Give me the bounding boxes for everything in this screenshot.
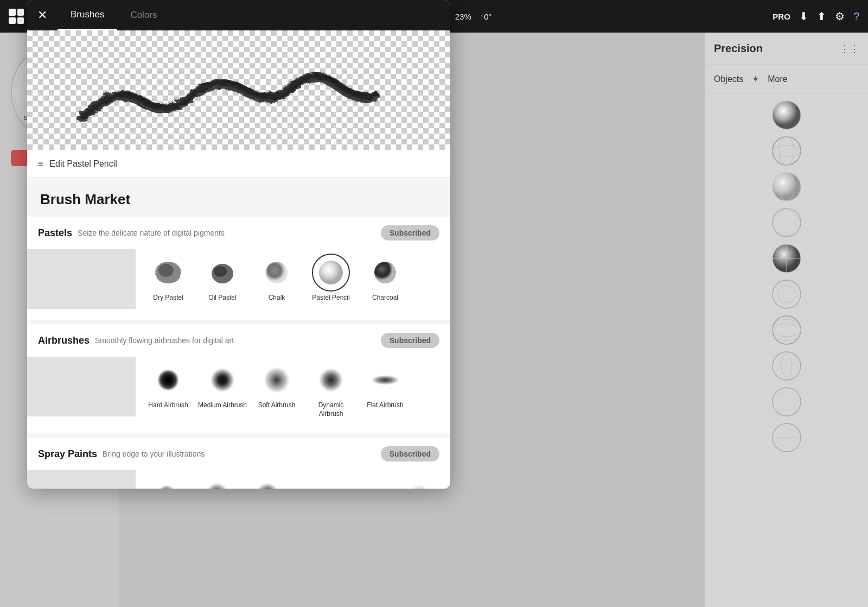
svg-point-9	[773, 146, 801, 156]
sphere-10[interactable]	[770, 421, 803, 454]
svg-point-44	[257, 483, 278, 489]
brush-pastel-pencil[interactable]: Pastel Pencil	[304, 249, 358, 307]
dynamic-airbrush-icon	[315, 364, 347, 396]
category-airbrushes-header: Airbrushes Smoothly flowing airbrushes f…	[27, 324, 450, 357]
flat-spray-icon	[302, 477, 335, 489]
right-top-bar: Precision ⋮⋮	[705, 33, 868, 65]
brush-dynamic-airbrush[interactable]: Dynamic Airbrush	[304, 357, 358, 422]
grid-dots-icon[interactable]: ⋮⋮	[840, 43, 859, 55]
svg-point-47	[410, 484, 429, 489]
side-spray-icon	[353, 477, 385, 489]
svg-point-19	[773, 316, 801, 344]
svg-point-16	[773, 280, 801, 308]
soft-airbrush-label: Soft Airbrush	[258, 401, 296, 410]
oil-pastel-icon-wrap	[203, 254, 241, 292]
flat-airbrush-label: Flat Airbrush	[367, 401, 403, 410]
sphere-3[interactable]	[770, 170, 803, 203]
sphere-4[interactable]	[770, 206, 803, 239]
objects-label[interactable]: Objects	[714, 74, 743, 84]
brush-oil-pastel[interactable]: Oil Pastel	[195, 249, 250, 307]
sphere-2[interactable]	[770, 135, 803, 167]
pastel-pencil-icon-wrap	[312, 254, 350, 292]
pro-badge: PRO	[773, 12, 790, 21]
svg-point-38	[210, 368, 234, 392]
svg-point-34	[266, 262, 288, 283]
svg-point-8	[779, 137, 794, 165]
fat-spray-icon-wrap	[248, 475, 286, 489]
more-label[interactable]: More	[768, 74, 787, 84]
svg-point-39	[264, 367, 290, 393]
spat-icon-wrap	[400, 475, 438, 489]
close-button[interactable]: ✕	[27, 0, 58, 30]
brush-hard-airbrush[interactable]: Hard Airbrush	[141, 357, 195, 422]
sphere-9[interactable]	[770, 385, 803, 418]
brush-soft-airbrush[interactable]: Soft Airbrush	[250, 357, 304, 422]
brush-charcoal[interactable]: Charcoal	[358, 249, 412, 307]
medium-airbrush-label: Medium Airbrush	[198, 401, 247, 410]
app-grid-icon[interactable]	[9, 9, 24, 24]
tab-colors[interactable]: Colors	[117, 0, 170, 30]
svg-point-31	[158, 264, 174, 277]
svg-point-33	[214, 266, 227, 277]
flat-spray-icon-wrap	[299, 475, 337, 489]
svg-point-12	[773, 208, 801, 237]
sphere-1[interactable]	[770, 99, 803, 131]
dry-pastel-icon-wrap	[149, 254, 187, 292]
sphere-8[interactable]	[770, 350, 803, 382]
tab-brushes[interactable]: Brushes	[58, 0, 117, 30]
settings-icon[interactable]: ⚙	[835, 10, 845, 23]
airbrushes-name: Airbrushes	[38, 335, 90, 346]
soft-airbrush-icon	[260, 364, 293, 396]
sphere-7[interactable]	[770, 314, 803, 346]
oil-pastel-icon	[206, 256, 239, 289]
hard-airbrush-label: Hard Airbrush	[148, 401, 188, 410]
zoom-level[interactable]: 23%	[455, 12, 471, 21]
brush-spat[interactable]: Spat…	[394, 470, 445, 489]
brush-side-spray[interactable]: Side Spray	[343, 470, 394, 489]
sphere-6[interactable]	[770, 278, 803, 311]
sliders-icon: ≡	[38, 159, 43, 169]
right-brush-icon[interactable]: ✦	[752, 74, 759, 84]
brush-stroke-svg	[71, 41, 385, 139]
brush-fat-spray[interactable]: Fat Spray	[242, 470, 293, 489]
brush-flat-airbrush[interactable]: Flat Airbrush	[358, 357, 412, 422]
spray-subscribed: Subscribed	[381, 446, 439, 461]
spray-desc: Bring edge to your illustrations	[103, 450, 381, 458]
fine-spray-icon-wrap	[148, 475, 186, 489]
charcoal-label: Charcoal	[372, 294, 398, 302]
dry-pastel-icon	[152, 256, 184, 289]
svg-point-41	[371, 375, 399, 385]
help-icon[interactable]: ?	[853, 10, 859, 23]
spray-brush-row: Fine Spray Medium Spray	[27, 470, 450, 489]
pastels-preview	[27, 249, 136, 309]
flat-airbrush-icon-wrap	[366, 361, 404, 399]
svg-point-42	[158, 485, 175, 489]
brush-chalk[interactable]: Chalk	[250, 249, 304, 307]
download-icon[interactable]: ⬇	[799, 10, 808, 23]
brush-fine-spray[interactable]: Fine Spray	[141, 470, 192, 489]
svg-point-6	[773, 101, 801, 129]
pastels-name: Pastels	[38, 227, 72, 239]
charcoal-icon-wrap	[366, 254, 404, 292]
upload-icon[interactable]: ⬆	[817, 10, 826, 23]
category-spray-paints: Spray Paints Bring edge to your illustra…	[27, 438, 450, 489]
airbrushes-items: Hard Airbrush Medium Airbrush	[136, 357, 450, 422]
dry-pastel-label: Dry Pastel	[153, 294, 183, 302]
dynamic-airbrush-icon-wrap	[312, 361, 350, 399]
sphere-5[interactable]	[770, 242, 803, 275]
hard-airbrush-icon-wrap	[149, 361, 187, 399]
brush-dry-pastel[interactable]: Dry Pastel	[141, 249, 195, 307]
brush-panel-header: ✕ Brushes Colors	[27, 0, 450, 30]
chalk-label: Chalk	[269, 294, 285, 302]
chalk-icon	[260, 256, 293, 289]
brush-medium-airbrush[interactable]: Medium Airbrush	[195, 357, 250, 422]
brush-medium-spray[interactable]: Medium Spray	[192, 470, 242, 489]
svg-point-20	[773, 324, 801, 337]
spray-preview	[27, 470, 136, 489]
brush-flat-spray[interactable]: Flat Spray	[293, 470, 343, 489]
brush-panel: ✕ Brushes Colors	[27, 0, 450, 489]
svg-point-21	[773, 319, 801, 341]
topbar-right: PRO ⬇ ⬆ ⚙ ?	[773, 10, 859, 23]
right-objects-bar: Objects ✦ More	[705, 65, 868, 93]
edit-bar[interactable]: ≡ Edit Pastel Pencil	[27, 150, 450, 178]
